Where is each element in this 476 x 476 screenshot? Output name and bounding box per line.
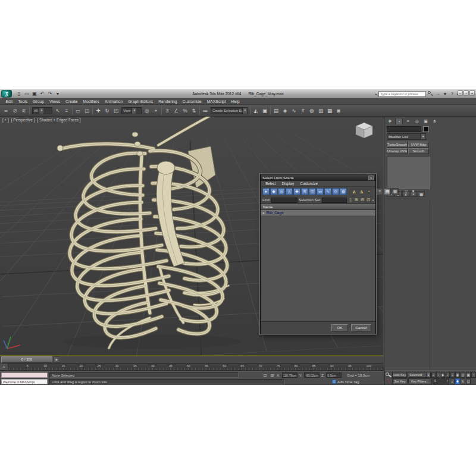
menu-item[interactable]: Group (30, 98, 47, 105)
next-frame-nub[interactable]: ▶ (54, 356, 60, 363)
auto-key-button[interactable]: Auto Key (392, 372, 407, 378)
panel-tab[interactable]: ◎ (413, 118, 421, 124)
playback-button[interactable]: ▶ (441, 372, 445, 378)
selection-set-field[interactable] (322, 198, 346, 203)
playback-button[interactable]: › (446, 372, 450, 378)
panel-tab[interactable]: ≡ (404, 118, 412, 124)
scene-object-list[interactable] (261, 216, 375, 321)
layer-manager-icon[interactable]: ▤ (272, 107, 280, 115)
set-key-button[interactable]: Set Key (392, 378, 408, 384)
dialog-titlebar[interactable]: Select From Scene × (261, 174, 375, 181)
search-icon[interactable] (428, 91, 433, 96)
angle-snap-toggle-icon[interactable]: ∠ (172, 107, 180, 115)
undo-icon[interactable]: ↶ (39, 91, 45, 96)
set-keys-icon[interactable] (386, 372, 392, 378)
modifier-stack[interactable] (387, 156, 430, 189)
modifier-list-dropdown[interactable]: Modifier List▼ (387, 133, 426, 140)
mirror-icon[interactable]: ◭ (252, 107, 260, 115)
close-button[interactable]: × (469, 90, 475, 96)
select-objects-in-set-icon[interactable]: ⊡ (366, 198, 371, 202)
display-groups-icon[interactable]: ◫ (309, 188, 316, 195)
zoom-extents-icon[interactable]: ▣ (466, 372, 471, 378)
material-editor-icon[interactable]: ◍ (308, 107, 316, 115)
render-setup-icon[interactable]: ▥ (317, 107, 325, 115)
new-scene-icon[interactable]: ▯ (16, 91, 22, 96)
dialog-menu-item[interactable]: Select (262, 181, 279, 186)
align-icon[interactable]: ▣ (261, 107, 269, 115)
object-name-field[interactable] (387, 126, 421, 132)
spinner-snap-toggle-icon[interactable]: ⇅ (190, 107, 198, 115)
display-shapes-icon[interactable]: ◆ (270, 188, 277, 195)
menu-item[interactable]: Help (228, 98, 242, 105)
use-pivot-point-center-icon[interactable]: ◎ (143, 107, 151, 115)
find-input[interactable] (271, 198, 298, 203)
dialog-close-button[interactable]: × (368, 176, 374, 180)
add-time-tag[interactable]: Add Time Tag (332, 380, 359, 384)
application-button[interactable]: ʒ (1, 90, 12, 98)
open-file-icon[interactable]: ▭ (24, 91, 30, 96)
dialog-menu-item[interactable]: Display (279, 181, 298, 186)
display-bones-icon[interactable]: ∿ (324, 188, 331, 195)
menu-item[interactable]: Rendering (156, 98, 180, 105)
chevron-down-icon[interactable]: ▾ (372, 199, 374, 202)
menu-item[interactable]: Modifiers (80, 98, 102, 105)
y-coordinate-field[interactable]: -95.02cm (304, 372, 320, 378)
subtract-from-set-icon[interactable]: ⊟ (360, 198, 365, 202)
display-spacewarps-icon[interactable]: ≋ (301, 188, 308, 195)
ok-button[interactable]: OK (331, 324, 348, 331)
create-selection-set-dropdown[interactable]: Create Selection Se▼ (211, 107, 248, 114)
select-and-move-icon[interactable]: ✚ (94, 107, 102, 115)
cancel-button[interactable]: Cancel (351, 324, 371, 331)
panel-tab[interactable]: ◔ (395, 118, 403, 124)
select-by-name-icon[interactable]: ≡ (62, 107, 71, 115)
filter-icon[interactable]: ▽ (403, 188, 409, 195)
orbit-icon[interactable]: ↻ (461, 378, 465, 384)
configure-modifier-sets-icon[interactable]: ▩ (418, 191, 425, 197)
maximize-button[interactable]: ▫ (464, 90, 469, 96)
menu-item[interactable]: Graph Editors (126, 98, 156, 105)
field-of-view-icon[interactable]: ◔ (471, 372, 476, 378)
macro-recorder-field[interactable] (1, 372, 48, 378)
panel-tab[interactable]: ▣ (422, 118, 430, 124)
infocenter-search-input[interactable] (378, 91, 426, 97)
schematic-view-icon[interactable]: # (299, 107, 307, 115)
select-children-icon[interactable]: ◭ (351, 188, 358, 195)
z-coordinate-field[interactable]: 0.0cm (326, 372, 342, 378)
absolute-mode-toggle-icon[interactable]: ⊞ (270, 373, 275, 378)
window-crossing-icon[interactable]: ◫ (83, 107, 91, 115)
menu-item[interactable]: Customize (180, 98, 204, 105)
name-column-header[interactable]: Name (261, 204, 375, 210)
menu-item[interactable]: MAXScript (204, 98, 228, 105)
dialog-menu-item[interactable]: Customize (297, 181, 321, 186)
selection-filter-dropdown[interactable]: All▼ (32, 107, 52, 114)
display-frozen-objects-icon[interactable]: ◍ (340, 188, 347, 195)
viewport-label-segment[interactable]: [ + ] (2, 118, 9, 122)
display-containers-icon[interactable]: ◇ (332, 188, 339, 195)
select-and-manipulate-icon[interactable]: + (152, 107, 160, 115)
modifier-button[interactable]: Unwrap UVW (387, 148, 408, 154)
select-and-scale-icon[interactable]: ◰ (112, 107, 120, 115)
tree-view-icon[interactable]: ▦ (392, 188, 399, 195)
maximize-viewport-icon[interactable]: ◱ (466, 378, 471, 384)
minimize-button[interactable]: – (458, 90, 463, 96)
display-lights-icon[interactable]: ◎ (278, 188, 285, 195)
percent-snap-toggle-icon[interactable]: % (181, 107, 189, 115)
create-selection-set-icon[interactable]: ▯ (348, 198, 353, 202)
selection-lock-toggle-icon[interactable]: ⊡ (262, 373, 268, 378)
columns-view-icon[interactable]: ▤ (384, 188, 391, 195)
modifier-button[interactable]: UVW Map (408, 142, 429, 148)
menu-item[interactable]: Animation (102, 98, 125, 105)
render-production-icon[interactable]: ◙ (334, 107, 343, 115)
edit-named-selection-sets-icon[interactable]: ≔ (201, 107, 209, 115)
favorites-icon[interactable]: ★ (442, 92, 447, 96)
select-and-link-icon[interactable]: ∞ (2, 107, 10, 115)
rectangular-selection-region-icon[interactable]: ▭ (74, 107, 82, 115)
key-filters-button[interactable]: Key Filters... (408, 378, 432, 384)
bind-to-space-warp-icon[interactable]: ≋ (20, 107, 28, 115)
viewport-label-segment[interactable]: [ Shaded + Edged Faces ] (37, 118, 81, 122)
display-helpers-icon[interactable]: ✚ (293, 188, 300, 195)
select-object-icon[interactable]: ↖ (54, 107, 62, 115)
playback-button[interactable]: » (450, 372, 455, 378)
qat-dropdown-icon[interactable]: ▾ (55, 91, 61, 96)
graphite-ribbon-icon[interactable]: ◈ (281, 107, 289, 115)
